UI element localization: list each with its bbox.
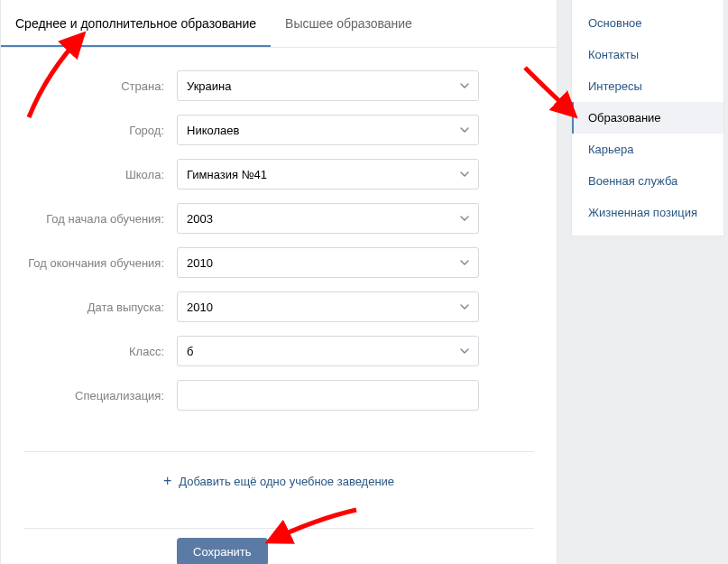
education-form: Страна: Украина Город: Николаев bbox=[1, 48, 557, 433]
chevron-down-icon bbox=[460, 348, 469, 354]
plus-icon: + bbox=[163, 474, 171, 488]
chevron-down-icon bbox=[460, 260, 469, 265]
sidebar-item-label: Основное bbox=[588, 16, 642, 30]
chevron-down-icon bbox=[460, 127, 469, 133]
main-panel: Среднее и дополнительное образование Выс… bbox=[0, 0, 558, 564]
school-value: Гимназия №41 bbox=[187, 168, 267, 181]
add-school-label: Добавить ещё одно учебное заведение bbox=[179, 475, 394, 488]
sidebar-item-label: Карьера bbox=[588, 143, 634, 156]
year-end-select[interactable]: 2010 bbox=[177, 247, 479, 278]
settings-sidebar: Основное Контакты Интересы Образование К… bbox=[571, 0, 724, 236]
grad-year-select[interactable]: 2010 bbox=[177, 291, 479, 322]
add-school-link[interactable]: + Добавить ещё одно учебное заведение bbox=[163, 474, 394, 488]
specialization-label: Специализация: bbox=[1, 389, 177, 402]
school-label: Школа: bbox=[1, 168, 177, 181]
sidebar-item-interests[interactable]: Интересы bbox=[572, 70, 723, 102]
specialization-input[interactable] bbox=[177, 380, 479, 411]
city-value: Николаев bbox=[187, 124, 239, 137]
class-select[interactable]: б bbox=[177, 336, 479, 366]
tab-label: Высшее образование bbox=[285, 16, 412, 31]
sidebar-item-life-position[interactable]: Жизненная позиция bbox=[572, 197, 723, 228]
tabs: Среднее и дополнительное образование Выс… bbox=[1, 0, 557, 48]
chevron-down-icon bbox=[460, 171, 469, 177]
school-select[interactable]: Гимназия №41 bbox=[177, 159, 479, 190]
sidebar-item-label: Военная служба bbox=[588, 174, 677, 188]
sidebar-item-basic[interactable]: Основное bbox=[572, 7, 723, 39]
country-value: Украина bbox=[187, 79, 232, 93]
chevron-down-icon bbox=[460, 83, 469, 88]
tab-label: Среднее и дополнительное образование bbox=[15, 16, 256, 31]
chevron-down-icon bbox=[460, 216, 469, 221]
year-start-select[interactable]: 2003 bbox=[177, 203, 479, 234]
save-label: Сохранить bbox=[193, 545, 252, 559]
class-value: б bbox=[187, 345, 193, 358]
sidebar-item-education[interactable]: Образование bbox=[572, 102, 723, 134]
grad-year-label: Дата выпуска: bbox=[1, 300, 177, 314]
tab-secondary-education[interactable]: Среднее и дополнительное образование bbox=[1, 0, 271, 47]
city-select[interactable]: Николаев bbox=[177, 115, 479, 145]
grad-year-value: 2010 bbox=[187, 300, 213, 314]
sidebar-item-label: Образование bbox=[588, 111, 661, 125]
sidebar-item-military[interactable]: Военная служба bbox=[572, 165, 723, 197]
sidebar-item-label: Жизненная позиция bbox=[588, 206, 697, 219]
sidebar-item-career[interactable]: Карьера bbox=[572, 134, 723, 165]
year-start-value: 2003 bbox=[187, 212, 213, 226]
country-select[interactable]: Украина bbox=[177, 70, 479, 101]
sidebar-item-label: Интересы bbox=[588, 79, 642, 93]
class-label: Класс: bbox=[1, 345, 177, 358]
year-start-label: Год начала обучения: bbox=[1, 212, 177, 226]
country-label: Страна: bbox=[1, 79, 177, 93]
city-label: Город: bbox=[1, 124, 177, 137]
save-button[interactable]: Сохранить bbox=[177, 538, 268, 564]
sidebar-item-contacts[interactable]: Контакты bbox=[572, 39, 723, 70]
sidebar-item-label: Контакты bbox=[588, 48, 639, 61]
tab-higher-education[interactable]: Высшее образование bbox=[271, 0, 427, 47]
year-end-label: Год окончания обучения: bbox=[1, 256, 177, 270]
year-end-value: 2010 bbox=[187, 256, 213, 270]
chevron-down-icon bbox=[460, 304, 469, 310]
